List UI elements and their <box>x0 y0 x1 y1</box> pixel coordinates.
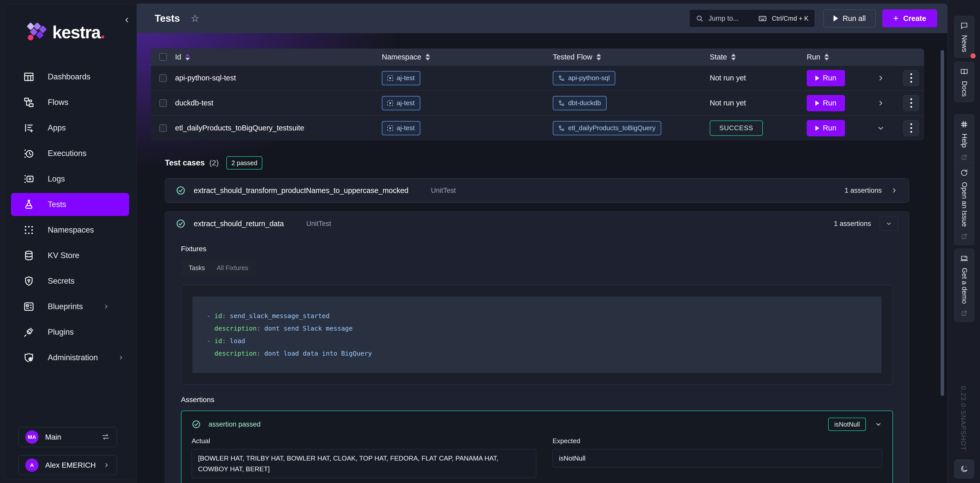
sidebar-item-executions[interactable]: Executions <box>11 141 129 166</box>
jump-to-search[interactable]: Jump to... Ctrl/Cmd + K <box>689 10 815 27</box>
state-text: Not run yet <box>710 74 807 82</box>
row-menu-button[interactable] <box>903 120 919 136</box>
sidebar-item-logs[interactable]: Logs <box>11 166 129 192</box>
chevron-down-icon[interactable] <box>875 421 882 428</box>
external-link-icon <box>961 233 967 240</box>
table-row: etl_dailyProducts_toBigQuery_testsuite a… <box>151 115 924 140</box>
fixtures-code-editor[interactable]: - id: send_slack_message_started descrip… <box>192 296 881 373</box>
vertical-scrollbar[interactable] <box>941 50 944 396</box>
sidebar-item-tests[interactable]: Tests <box>11 193 129 216</box>
test-cases-header: Test cases (2) 2 passed <box>165 156 947 169</box>
tab-tasks[interactable]: Tasks <box>189 264 205 272</box>
sidebar-item-flows[interactable]: Flows <box>11 89 129 115</box>
sort-namespace[interactable] <box>425 54 430 61</box>
open-an-issue-button[interactable]: Open an Issue <box>954 163 974 245</box>
sidebar-item-administration[interactable]: Administration <box>11 345 129 370</box>
run-all-button[interactable]: Run all <box>824 10 876 27</box>
select-all-checkbox[interactable] <box>159 53 167 61</box>
plugins-plug-icon <box>23 327 35 338</box>
sidebar-item-label: Logs <box>48 174 65 183</box>
sidebar-item-kv-store[interactable]: KV Store <box>11 243 129 268</box>
play-icon <box>815 100 819 106</box>
user-menu[interactable]: A Alex EMERICH <box>18 455 117 475</box>
kestra-logo[interactable]: kestra. <box>26 22 105 42</box>
collapse-row-icon[interactable] <box>877 124 885 132</box>
slack-icon <box>960 120 968 128</box>
namespace-icon <box>387 75 393 81</box>
news-button[interactable]: News <box>954 16 974 58</box>
sidebar-item-blueprints[interactable]: Blueprints <box>11 294 129 319</box>
flow-badge[interactable]: dbt-duckdb <box>553 96 607 110</box>
operator-badge: isNotNull <box>828 418 866 431</box>
kv-store-icon <box>23 250 35 261</box>
flow-badge[interactable]: api-python-sql <box>553 71 615 85</box>
expected-value-field[interactable]: isNotNull <box>552 449 882 467</box>
namespace-badge[interactable]: aj-test <box>382 121 420 135</box>
workspace-switcher[interactable]: MA Main <box>18 427 117 447</box>
get-a-demo-button[interactable]: Get a demo <box>954 249 974 322</box>
sort-state[interactable] <box>731 54 736 61</box>
namespace-badge[interactable]: aj-test <box>382 96 420 110</box>
sidebar-item-plugins[interactable]: Plugins <box>11 319 129 345</box>
test-id[interactable]: api-python-sql-test <box>175 74 382 82</box>
flow-icon <box>558 100 565 106</box>
test-case-row[interactable]: extract_should_return_data UnitTest 1 as… <box>165 212 909 236</box>
assertions-title: Assertions <box>181 396 893 404</box>
sidebar-item-namespaces[interactable]: Namespaces <box>11 217 129 243</box>
sort-tested-flow[interactable] <box>597 54 601 61</box>
expand-row-icon[interactable] <box>877 99 885 107</box>
tab-all-fixtures[interactable]: All Fixtures <box>217 264 248 272</box>
docs-button[interactable]: Docs <box>954 62 974 102</box>
actual-value-field[interactable]: [BOWLER HAT, TRILBY HAT, BOWLER HAT, CLO… <box>192 449 536 478</box>
row-checkbox[interactable] <box>159 99 167 107</box>
executions-icon <box>23 148 35 159</box>
collapse-case-button[interactable] <box>880 217 898 231</box>
keyboard-icon <box>759 14 767 22</box>
sidebar-collapse-icon[interactable]: ‹ <box>125 14 129 25</box>
row-menu-button[interactable] <box>903 70 919 86</box>
sort-id[interactable] <box>185 54 190 61</box>
chevron-down-icon <box>885 220 892 227</box>
external-link-icon <box>961 310 967 317</box>
chevron-right-icon <box>103 462 110 469</box>
row-checkbox[interactable] <box>159 124 167 132</box>
notification-dot <box>970 53 976 59</box>
sidebar-item-apps[interactable]: Apps <box>11 115 129 141</box>
test-cases-title: Test cases <box>165 158 205 167</box>
row-checkbox[interactable] <box>159 74 167 82</box>
theme-toggle-button[interactable] <box>954 459 974 478</box>
issue-refresh-icon <box>960 169 968 177</box>
run-button[interactable]: Run <box>807 95 845 111</box>
row-menu-button[interactable] <box>903 95 919 111</box>
favorite-star-icon[interactable]: ☆ <box>191 13 199 24</box>
help-button[interactable]: Help <box>954 114 974 166</box>
sidebar-item-dashboards[interactable]: Dashboards <box>11 64 129 89</box>
expand-row-icon[interactable] <box>877 74 885 83</box>
flows-icon <box>23 97 35 108</box>
workspace-avatar: MA <box>25 430 38 444</box>
namespace-badge[interactable]: aj-test <box>382 71 420 85</box>
column-id: Id <box>175 53 181 61</box>
check-circle-icon <box>192 420 201 429</box>
flow-badge[interactable]: etl_dailyProducts_toBigQuery <box>553 121 661 135</box>
secrets-shield-icon <box>23 276 35 287</box>
test-case-details: Fixtures Tasks All Fixtures - id: send_s… <box>165 236 909 483</box>
run-button[interactable]: Run <box>807 70 845 86</box>
sort-run[interactable] <box>824 54 829 61</box>
test-case-row[interactable]: extract_should_transform_productNames_to… <box>165 179 909 202</box>
test-case-name: extract_should_return_data <box>194 220 284 228</box>
run-button[interactable]: Run <box>807 120 845 136</box>
namespace-icon <box>387 100 393 106</box>
sidebar-item-secrets[interactable]: Secrets <box>11 268 129 294</box>
switch-workspace-icon <box>101 433 110 442</box>
user-avatar: A <box>25 459 38 472</box>
chevron-right-icon[interactable] <box>891 187 898 194</box>
test-id[interactable]: duckdb-test <box>175 99 382 107</box>
test-id[interactable]: etl_dailyProducts_toBigQuery_testsuite <box>175 124 382 132</box>
plus-icon: + <box>893 13 899 24</box>
namespace-icon <box>387 125 393 131</box>
expected-label: Expected <box>552 437 882 445</box>
version-label: 0.23.0-SNAPSHOT <box>959 386 967 451</box>
check-circle-icon <box>176 219 186 228</box>
create-button[interactable]: + Create <box>882 10 937 27</box>
